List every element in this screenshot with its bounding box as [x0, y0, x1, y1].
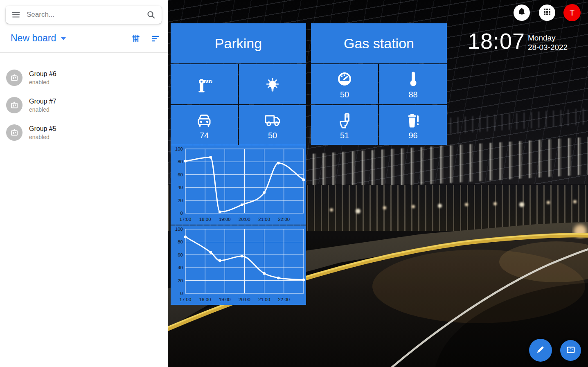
search-bar [6, 6, 162, 24]
sort-icon[interactable] [151, 34, 160, 43]
svg-text:0: 0 [180, 211, 183, 216]
group-status: enabled [29, 79, 50, 86]
tile-value: 50 [340, 90, 349, 99]
parking-light-tile[interactable] [239, 64, 306, 104]
parking-barrier-tile[interactable] [171, 64, 238, 104]
tune-icon[interactable] [131, 34, 141, 43]
car-icon [194, 110, 214, 130]
svg-text:20: 20 [178, 198, 183, 203]
gas-station-trash-tile[interactable]: 96 [379, 105, 447, 145]
search-input[interactable] [26, 10, 146, 19]
tile-value: 51 [340, 131, 349, 140]
notifications-bell-icon [517, 7, 527, 18]
svg-text:100: 100 [175, 146, 183, 151]
svg-text:20:00: 20:00 [239, 297, 250, 302]
svg-text:21:00: 21:00 [258, 217, 270, 222]
svg-text:17:00: 17:00 [180, 297, 191, 302]
parking-group-header-tile[interactable]: Parking [171, 23, 306, 63]
parking-line-chart-1[interactable]: 02040608010017:0018:0019:0020:0021:0022:… [171, 145, 306, 225]
svg-text:60: 60 [178, 172, 183, 177]
sidebar: New board Group #6 enabled [0, 0, 168, 367]
svg-text:18:00: 18:00 [199, 217, 211, 222]
screen-overscan-icon [566, 345, 576, 356]
notifications-button[interactable] [514, 5, 530, 21]
gas-station-toilet-tile[interactable]: 51 [311, 105, 378, 145]
gas-station-group-header-tile[interactable]: Gas station [311, 23, 447, 63]
svg-text:18:00: 18:00 [199, 297, 211, 302]
svg-text:40: 40 [178, 185, 183, 190]
avatar [6, 97, 23, 113]
tile-value: 96 [408, 131, 417, 140]
svg-text:22:00: 22:00 [278, 297, 290, 302]
gas-station-gauge-tile[interactable]: 50 [311, 64, 378, 104]
dashboard-app: New board Group #6 enabled [0, 0, 588, 367]
list-item-group-7[interactable]: Group #7 enabled [0, 93, 168, 120]
gauge-icon [335, 70, 354, 89]
apps-grid-icon [543, 7, 552, 18]
dashboard-content: Parking Gas station [168, 0, 588, 367]
tile-value: 74 [200, 131, 209, 140]
boom-barrier-icon [194, 74, 214, 94]
svg-text:0: 0 [180, 291, 183, 296]
svg-text:80: 80 [178, 239, 183, 244]
clock-date: Monday 28-03-2022 [528, 33, 568, 52]
toilet-icon [335, 110, 354, 130]
truck-icon [263, 110, 282, 130]
group-name: Group #6 [29, 70, 56, 78]
edit-board-fab[interactable] [529, 339, 552, 362]
apps-button[interactable] [539, 5, 555, 21]
clock-time: 18:07 [468, 29, 525, 53]
tile-group-title: Gas station [344, 36, 414, 52]
svg-text:60: 60 [178, 252, 183, 257]
parking-line-chart-2[interactable]: 02040608010017:0018:0019:0020:0021:0022:… [171, 225, 306, 305]
svg-text:100: 100 [175, 227, 183, 232]
lightbulb-icon [263, 74, 282, 94]
tile-group-title: Parking [215, 36, 262, 52]
avatar [6, 124, 23, 141]
parking-truck-tile[interactable]: 50 [239, 105, 306, 145]
svg-text:22:00: 22:00 [278, 217, 290, 222]
avatar-letter: T [570, 8, 574, 18]
clock-day: Monday [528, 33, 568, 43]
svg-text:17:00: 17:00 [180, 217, 191, 222]
group-list: Group #6 enabled Group #7 enabled Group … [0, 65, 168, 148]
svg-text:19:00: 19:00 [219, 297, 231, 302]
search-icon[interactable] [146, 10, 156, 20]
thermometer-icon [403, 70, 423, 89]
group-name: Group #7 [29, 98, 56, 105]
gas-station-temperature-tile[interactable]: 88 [379, 64, 447, 104]
hamburger-menu-icon[interactable] [11, 10, 21, 20]
svg-text:20: 20 [178, 278, 183, 283]
list-item-group-6[interactable]: Group #6 enabled [0, 65, 168, 93]
trash-alert-icon [403, 110, 423, 130]
group-name: Group #5 [29, 125, 56, 133]
group-status: enabled [29, 134, 50, 140]
edit-pencil-icon [536, 344, 545, 356]
clock-full-date: 28-03-2022 [528, 43, 568, 52]
tile-value: 50 [268, 131, 277, 140]
parking-car-tile[interactable]: 74 [171, 105, 238, 145]
board-header-row: New board [0, 29, 168, 48]
tile-value: 88 [408, 90, 417, 99]
user-avatar[interactable]: T [563, 4, 581, 21]
svg-text:20:00: 20:00 [239, 217, 250, 222]
svg-text:80: 80 [178, 159, 183, 164]
board-title: New board [11, 33, 56, 43]
svg-text:21:00: 21:00 [258, 297, 270, 302]
board-title-dropdown[interactable]: New board [11, 33, 66, 44]
svg-text:40: 40 [178, 265, 183, 270]
svg-text:19:00: 19:00 [219, 217, 231, 222]
fullscreen-overscan-fab[interactable] [560, 340, 581, 361]
sidebar-divider [0, 52, 168, 53]
group-status: enabled [29, 106, 50, 113]
list-item-group-5[interactable]: Group #5 enabled [0, 120, 168, 148]
avatar [6, 70, 23, 86]
chevron-down-icon [61, 37, 66, 40]
